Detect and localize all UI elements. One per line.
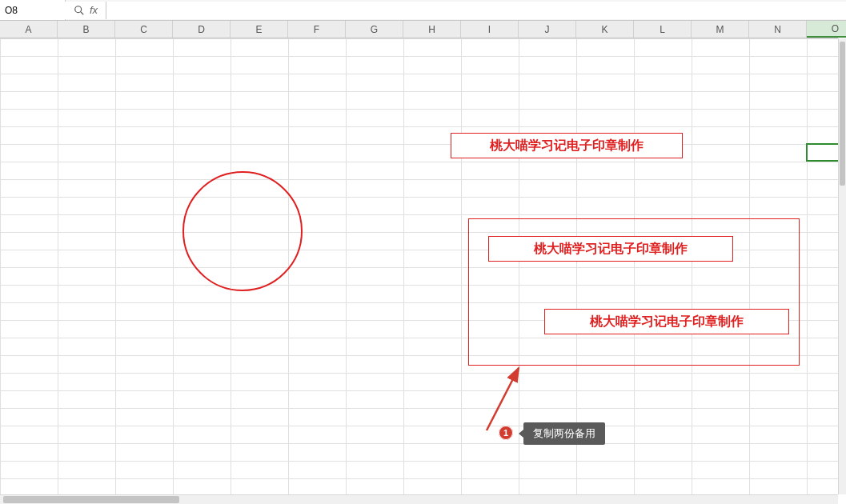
column-header-A[interactable]: A	[0, 21, 58, 38]
column-header-J[interactable]: J	[519, 21, 576, 38]
annotation-step-number: 1	[503, 428, 508, 438]
seal-textbox-1-text: 桃大喵学习记电子印章制作	[490, 138, 644, 154]
seal-textbox-2-text: 桃大喵学习记电子印章制作	[534, 241, 688, 258]
name-box-wrap: ▾	[0, 0, 66, 20]
column-header-I[interactable]: I	[461, 21, 519, 38]
column-header-L[interactable]: L	[634, 21, 692, 38]
annotation-tooltip-text: 复制两份备用	[533, 426, 595, 441]
column-header-B[interactable]: B	[58, 21, 115, 38]
column-header-C[interactable]: C	[115, 21, 173, 38]
column-header-N[interactable]: N	[749, 21, 807, 38]
seal-textbox-2[interactable]: 桃大喵学习记电子印章制作	[488, 236, 733, 262]
column-header-H[interactable]: H	[403, 21, 461, 38]
annotation-step-badge: 1	[499, 426, 513, 440]
annotation-tooltip: 复制两份备用	[523, 422, 605, 445]
horizontal-scrollbar-thumb[interactable]	[3, 496, 179, 503]
column-header-E[interactable]: E	[231, 21, 288, 38]
horizontal-scrollbar[interactable]	[0, 494, 838, 504]
column-header-O[interactable]: O	[807, 21, 846, 38]
column-header-F[interactable]: F	[288, 21, 346, 38]
column-header-G[interactable]: G	[346, 21, 403, 38]
zoom-icon[interactable]	[74, 5, 85, 16]
vertical-scrollbar-thumb[interactable]	[840, 42, 845, 186]
seal-textbox-1[interactable]: 桃大喵学习记电子印章制作	[451, 133, 683, 158]
vertical-scrollbar[interactable]	[838, 38, 846, 494]
svg-point-0	[75, 6, 82, 12]
seal-textbox-3-text: 桃大喵学习记电子印章制作	[590, 314, 744, 330]
column-header-M[interactable]: M	[692, 21, 749, 38]
fx-area: fx	[66, 4, 106, 16]
seal-textbox-3[interactable]: 桃大喵学习记电子印章制作	[544, 309, 789, 334]
seal-circle-shape[interactable]	[182, 171, 303, 291]
column-headers: ABCDEFGHIJKLMNO	[0, 21, 838, 38]
formula-input[interactable]	[106, 2, 846, 19]
grid-body[interactable]: 桃大喵学习记电子印章制作 桃大喵学习记电子印章制作 桃大喵学习记电子印章制作 1…	[0, 38, 838, 494]
column-header-K[interactable]: K	[576, 21, 634, 38]
fx-label[interactable]: fx	[90, 4, 98, 16]
formula-bar: ▾ fx	[0, 0, 846, 21]
column-header-D[interactable]: D	[173, 21, 231, 38]
svg-line-1	[81, 11, 84, 14]
sheet-area: ABCDEFGHIJKLMNO 桃大喵学习记电子印章制作 桃大喵学习记电子印章制…	[0, 21, 846, 504]
